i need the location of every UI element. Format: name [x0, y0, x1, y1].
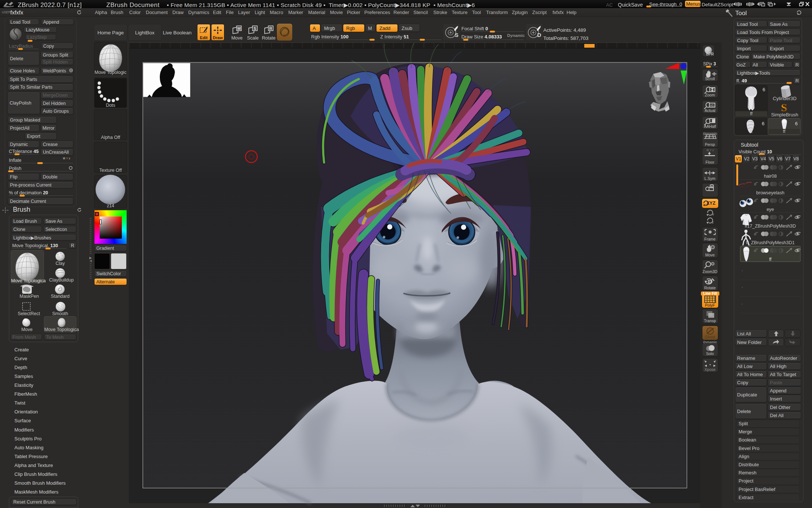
svg-text:z: z — [712, 221, 714, 224]
svg-text:M: M — [237, 26, 241, 31]
svg-text:Y: Y — [712, 213, 714, 217]
svg-text:D: D — [537, 32, 541, 38]
svg-text:S: S — [254, 26, 256, 31]
svg-text:R: R — [269, 26, 272, 31]
svg-text:x1: x1 — [710, 103, 714, 107]
svg-text:S: S — [455, 32, 458, 38]
